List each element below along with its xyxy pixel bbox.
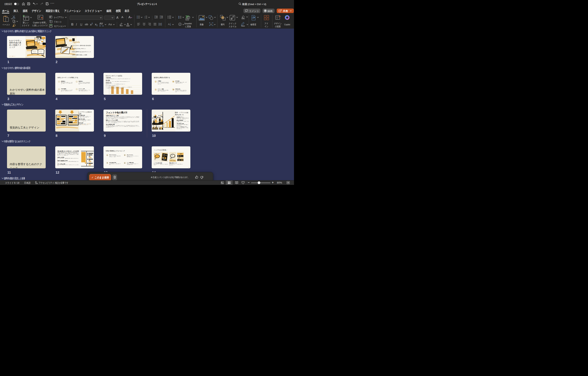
svg-text:3: 3 bbox=[144, 18, 145, 19]
svg-text:A: A bbox=[210, 23, 212, 25]
svg-text:A: A bbox=[168, 23, 170, 26]
